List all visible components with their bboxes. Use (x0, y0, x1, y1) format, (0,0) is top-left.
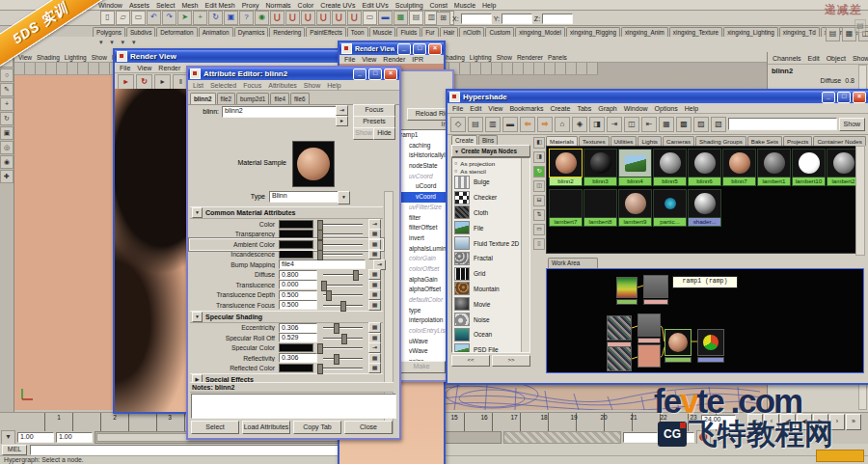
main-menu-item[interactable]: Create UVs (320, 2, 355, 9)
input-output-connections-icon[interactable]: ◫ (624, 117, 639, 132)
attribute-slider[interactable] (321, 323, 365, 332)
attribute-slider[interactable] (321, 281, 365, 289)
attribute-editor-tab[interactable]: bump2d1 (236, 93, 269, 104)
hypershade-search-input[interactable] (728, 118, 837, 130)
auto-key-icon[interactable]: ⬤ (696, 430, 711, 445)
color-swatch[interactable] (279, 343, 313, 352)
connection-editor-item[interactable]: uCoord (396, 181, 448, 192)
play-forward-button[interactable]: ▶ (813, 414, 828, 430)
connection-editor-item[interactable]: filterOffset (396, 223, 448, 233)
lasso-tool-icon[interactable]: ○ (0, 68, 14, 82)
material-sample-swatch[interactable] (292, 141, 335, 187)
hypershade-menu-item[interactable]: Help (685, 105, 698, 112)
connection-editor-item[interactable]: alphaOffset (396, 285, 448, 295)
rotate-tool-icon[interactable]: ↻ (0, 112, 14, 125)
mel-input[interactable] (30, 445, 342, 455)
category-tab[interactable]: Lights (637, 136, 662, 146)
shelf-tab[interactable]: Fur (421, 27, 438, 37)
map-texture-button[interactable]: ▦ (368, 239, 381, 250)
toggle-bottom-tabs-icon[interactable]: ▩ (676, 117, 692, 132)
channel-box-menu-item[interactable]: Object (827, 55, 846, 62)
attribute-editor-tab[interactable]: file4 (270, 93, 289, 104)
main-menu-item[interactable]: Mesh (181, 2, 198, 9)
create-item-mountain[interactable]: Mountain (454, 282, 521, 297)
connection-editor-item[interactable]: nodeState (396, 161, 448, 172)
snap-to-curve-icon[interactable]: ⋃ (285, 11, 300, 25)
attribute-value-field[interactable]: 0.500 (279, 290, 317, 300)
swatch-lambert9[interactable]: lambert9 (618, 189, 652, 227)
map-texture-button[interactable]: ▦ (368, 363, 381, 373)
swatch-lambert10[interactable]: lambert10 (792, 149, 826, 186)
connection-editor-item[interactable]: uvFilterSize (396, 203, 448, 213)
make-connection-button[interactable]: Make (397, 361, 446, 373)
swatch-lambert1[interactable]: lambert1 (757, 149, 791, 186)
attribute-slider[interactable] (317, 220, 365, 229)
absolute-transform-icon[interactable]: ⊞ (436, 12, 450, 26)
attribute-value-field[interactable]: 0.529 (279, 333, 317, 342)
split-vertical-icon[interactable]: ⊟ (533, 195, 545, 206)
rearrange-graph-icon[interactable]: ◈ (572, 117, 587, 132)
go-to-end-button[interactable]: » (846, 414, 861, 430)
swatch-lambert8[interactable]: lambert8 (583, 189, 617, 227)
place2d-texture-node[interactable] (637, 344, 661, 368)
view-medium-icons-icon[interactable]: ▥ (485, 117, 501, 132)
main-menu-item[interactable]: Normals (266, 2, 291, 9)
connection-editor-item[interactable]: uvCoord (396, 172, 448, 182)
output-connection-icon[interactable]: ⇥ (336, 105, 348, 116)
viewport-menu-item[interactable]: Renderer (517, 54, 543, 61)
category-tab[interactable]: Materials (546, 136, 578, 146)
render-view-menu-item[interactable]: View (137, 65, 151, 71)
attribute-value-field[interactable]: file4 (279, 259, 366, 269)
current-frame-field[interactable]: 24.00 (701, 415, 736, 429)
maximize-button[interactable]: □ (368, 68, 382, 80)
attribute-editor-menu-item[interactable]: Attributes (268, 82, 297, 89)
close-button[interactable]: × (853, 92, 866, 103)
render-frame-icon[interactable]: ▤ (409, 11, 423, 25)
minimize-button[interactable]: _ (353, 68, 366, 80)
create-list-scrollbar[interactable] (521, 158, 529, 352)
hypershade-menu-item[interactable]: Bookmarks (509, 105, 543, 112)
hypershade-menu-item[interactable]: Edit (470, 105, 481, 112)
channel-box-node-name[interactable]: blinn2 (768, 65, 868, 77)
projection-radio[interactable]: ○As projection (454, 159, 521, 167)
channel-attr-value[interactable]: 0.8 (845, 77, 854, 84)
main-menu-item[interactable]: Muscle (454, 2, 475, 9)
view-large-icons-icon[interactable]: ▤ (468, 117, 483, 132)
collapse-icon[interactable]: ▼ (192, 312, 203, 322)
attribute-slider[interactable] (321, 290, 365, 299)
main-menu-item[interactable]: Select (156, 2, 175, 9)
attribute-slider[interactable] (321, 354, 365, 363)
viewport-menu-item[interactable]: Show (92, 54, 107, 61)
map-texture-button[interactable]: ⇥ (373, 259, 386, 270)
hypershade-menu-item[interactable]: Graph (598, 105, 616, 112)
viewport-menu-item[interactable]: Lighting (65, 54, 87, 61)
shelf-tab[interactable]: Custom (485, 27, 514, 37)
map-texture-button[interactable]: ▦ (368, 322, 381, 333)
attribute-value-field[interactable]: 0.000 (279, 280, 317, 289)
shelf-tab[interactable]: Muscle (369, 27, 396, 37)
create-item-fluid-texture-2d[interactable]: Fluid Texture 2D (454, 235, 521, 251)
show-button[interactable]: Show (353, 127, 374, 140)
page-next-button[interactable]: >> (492, 355, 530, 367)
viewport-menu-item[interactable]: Shading (37, 54, 60, 61)
toggle-create-bar-icon[interactable]: ◧ (533, 137, 545, 149)
connection-editor-item[interactable]: defaultColor (396, 295, 448, 306)
create-item-movie[interactable]: Movie (454, 296, 521, 312)
attribute-editor-tab[interactable]: file6 (290, 93, 310, 104)
materials-scrollbar[interactable] (855, 146, 865, 256)
swatch-blinn6[interactable]: blinn6 (688, 149, 721, 186)
scale-tool-mini-icon[interactable]: ▣ (224, 11, 238, 25)
type-dropdown[interactable]: Blinn (269, 191, 342, 203)
attribute-slider[interactable] (317, 240, 365, 249)
input-connections-icon[interactable]: ⇥ (607, 117, 622, 132)
shelf-tab[interactable]: Rendering (269, 27, 305, 37)
expand-icon[interactable]: ▸ (336, 116, 348, 126)
create-maya-nodes-dropdown[interactable]: ▼ Create Maya Nodes (451, 145, 530, 157)
shelf-tab[interactable]: Fluids (396, 27, 420, 37)
color-swatch[interactable] (279, 220, 313, 229)
collapse-icon[interactable]: ▼ (192, 207, 203, 218)
viewport-menu-item[interactable]: View (18, 54, 32, 61)
shelf-tab[interactable]: xingxing_Texture (669, 27, 722, 37)
swatch-blinn3[interactable]: blinn3 (583, 149, 617, 186)
shelf-tab[interactable]: Toon (347, 27, 368, 37)
